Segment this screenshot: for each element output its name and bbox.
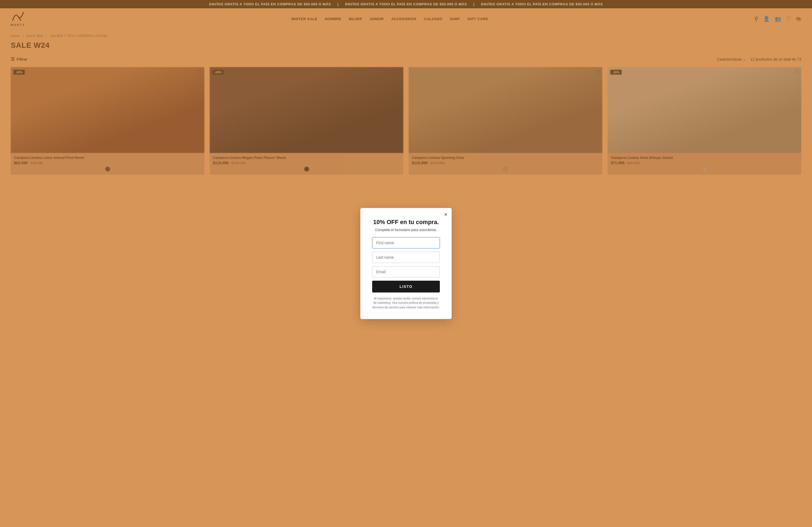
modal-overlay[interactable]: × 10% OFF en tu compra. Complete el form… <box>0 0 812 185</box>
